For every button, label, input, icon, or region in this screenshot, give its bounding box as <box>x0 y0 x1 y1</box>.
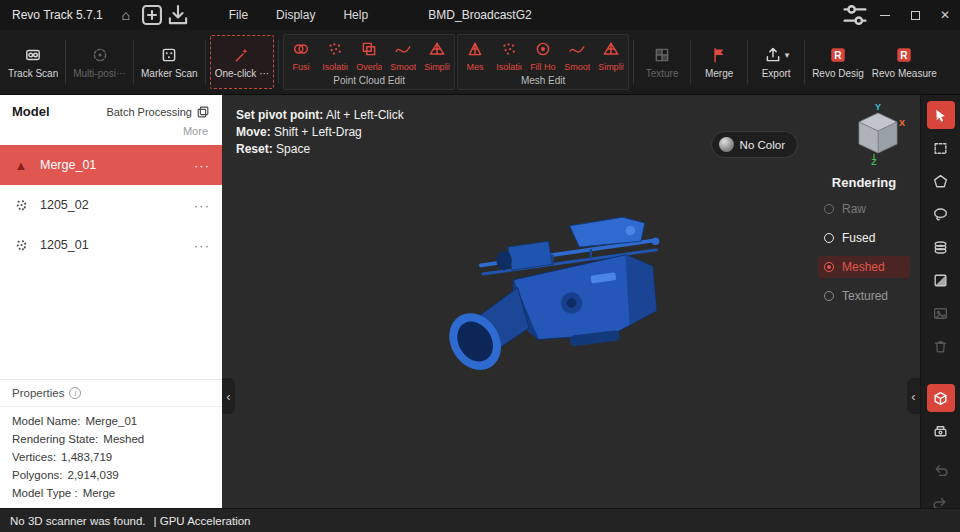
multi-position-scan-label: Multi-posi··· <box>73 68 126 79</box>
menu-file[interactable]: File <box>217 4 260 26</box>
radio-icon <box>824 233 834 243</box>
pce-isolation-label: Isolation <box>322 62 348 72</box>
gizmo-y-axis-label: Y <box>875 103 881 112</box>
undo-button[interactable] <box>927 455 955 483</box>
svg-text:R: R <box>901 50 909 61</box>
batch-processing-icon <box>196 105 210 119</box>
rendering-option-fused[interactable]: Fused <box>818 227 910 249</box>
pce-overlap-button[interactable]: Overla <box>352 37 386 74</box>
model-panel-header: Model Batch Processing <box>0 95 222 123</box>
import-project-icon[interactable] <box>165 4 191 26</box>
rendering-option-label: Fused <box>842 231 875 245</box>
revo-design-button[interactable]: R Revo Desig <box>808 32 868 92</box>
me-simplify-button[interactable]: Simplify <box>594 37 628 74</box>
delete-tool-button[interactable] <box>927 332 955 360</box>
home-icon[interactable]: ⌂ <box>113 4 139 26</box>
orientation-gizmo-cube[interactable]: Y X Z <box>850 103 906 169</box>
marker-scan-icon <box>159 45 179 65</box>
model-item-merge-01[interactable]: ▲ Merge_01 ··· <box>0 145 222 185</box>
no-color-label: No Color <box>740 139 785 151</box>
item-menu-dots-icon[interactable]: ··· <box>194 158 210 173</box>
rendering-option-label: Raw <box>842 202 866 216</box>
mesh-label: Mes <box>467 62 484 72</box>
no-color-button[interactable]: No Color <box>711 131 798 158</box>
lasso-select-button[interactable] <box>927 200 955 228</box>
screenshot-tool-button[interactable] <box>927 299 955 327</box>
item-menu-dots-icon[interactable]: ··· <box>194 238 210 253</box>
svg-text:R: R <box>834 50 842 61</box>
model-panel: Model Batch Processing More ▲ Merge_01 ·… <box>0 95 222 508</box>
fill-hole-button[interactable]: Fill Hole <box>526 37 560 74</box>
one-click-button[interactable]: One-click ··· <box>210 35 274 89</box>
model-item-1205-01[interactable]: 1205_01 ··· <box>0 225 222 265</box>
pce-simplify-label: Simplify <box>424 62 450 72</box>
menu-help[interactable]: Help <box>331 4 380 26</box>
hint-value: Space <box>276 142 310 156</box>
info-icon[interactable]: i <box>69 387 81 399</box>
rendering-option-textured[interactable]: Textured <box>818 285 910 307</box>
rendering-option-label: Meshed <box>842 260 885 274</box>
marker-scan-button[interactable]: Marker Scan <box>137 32 202 92</box>
collapse-right-panel-button[interactable]: ‹ <box>907 378 920 414</box>
pce-simplify-button[interactable]: Simplify <box>420 37 454 74</box>
properties-header: Properties i <box>0 380 222 407</box>
rectangle-select-button[interactable] <box>927 134 955 162</box>
me-smooth-button[interactable]: Smooth <box>560 37 594 74</box>
mesh-edit-group: Mes Isolation Fill Hole Smooth Simplify … <box>457 34 629 90</box>
mesh-icon <box>465 39 485 59</box>
revo-measure-button[interactable]: R Revo Measure <box>868 32 941 92</box>
batch-processing-button[interactable]: Batch Processing <box>106 105 210 119</box>
pce-smooth-button[interactable]: Smooth <box>386 37 420 74</box>
property-polygons: Polygons: 2,914,039 <box>0 466 222 484</box>
multi-position-scan-icon <box>90 45 110 65</box>
rendering-option-meshed[interactable]: Meshed <box>818 256 910 278</box>
new-project-icon[interactable] <box>139 4 165 26</box>
one-click-wand-icon <box>232 45 252 65</box>
camera-3d-model[interactable] <box>425 207 695 397</box>
export-button[interactable]: ▾ Export <box>751 32 801 92</box>
item-menu-dots-icon[interactable]: ··· <box>194 198 210 213</box>
fusion-icon <box>291 39 311 59</box>
close-button[interactable]: ✕ <box>930 0 960 30</box>
merge-button[interactable]: Merge <box>694 32 744 92</box>
maximize-button[interactable] <box>900 0 930 30</box>
multi-position-scan-button[interactable]: Multi-posi··· <box>69 32 130 92</box>
connected-region-button[interactable] <box>927 233 955 261</box>
me-isolation-button[interactable]: Isolation <box>492 37 526 74</box>
texture-label: Texture <box>646 68 679 79</box>
gizmo-x-axis-label: X <box>899 118 905 128</box>
viewport-3d[interactable]: Set pivot point: Alt + Left-Click Move: … <box>222 95 920 508</box>
track-scan-button[interactable]: Track Scan <box>4 32 62 92</box>
ribbon-toolbar: Track Scan Multi-posi··· Marker Scan One… <box>0 30 960 95</box>
hint-pivot: Set pivot point: Alt + Left-Click <box>236 107 404 124</box>
window-controls: ✕ <box>840 0 960 30</box>
property-model-name: Model Name: Merge_01 <box>0 412 222 430</box>
collapse-left-panel-button[interactable]: ‹ <box>222 378 235 414</box>
isolation-dots-icon <box>499 39 519 59</box>
properties-title: Properties <box>12 387 64 399</box>
menu-display[interactable]: Display <box>264 4 327 26</box>
shading-tool-button[interactable] <box>927 266 955 294</box>
texture-button[interactable]: Texture <box>637 32 687 92</box>
mesh-button[interactable]: Mes <box>458 37 492 74</box>
rendering-option-raw[interactable]: Raw <box>818 198 910 220</box>
property-vertices: Vertices: 1,483,719 <box>0 448 222 466</box>
isolate-model-button[interactable] <box>927 384 955 412</box>
export-chevron-icon[interactable]: ▾ <box>785 50 790 60</box>
print-model-button[interactable] <box>927 417 955 445</box>
revo-design-label: Revo Desig <box>812 68 864 79</box>
settings-sliders-icon[interactable] <box>840 0 870 30</box>
point-cloud-edit-group: Fusi Isolation Overla Smooth Simplify Po… <box>283 34 455 90</box>
pce-isolation-button[interactable]: Isolation <box>318 37 352 74</box>
revo-measure-logo-icon: R <box>894 45 914 65</box>
property-label: Model Type : <box>12 487 78 499</box>
polygon-select-button[interactable] <box>927 167 955 195</box>
pce-fusion-button[interactable]: Fusi <box>284 37 318 74</box>
minimize-button[interactable] <box>870 0 900 30</box>
marker-scan-label: Marker Scan <box>141 68 198 79</box>
me-isolation-label: Isolation <box>496 62 522 72</box>
model-item-1205-02[interactable]: 1205_02 ··· <box>0 185 222 225</box>
radio-icon <box>824 291 834 301</box>
more-link[interactable]: More <box>0 123 222 145</box>
select-tool-button[interactable] <box>927 101 955 129</box>
